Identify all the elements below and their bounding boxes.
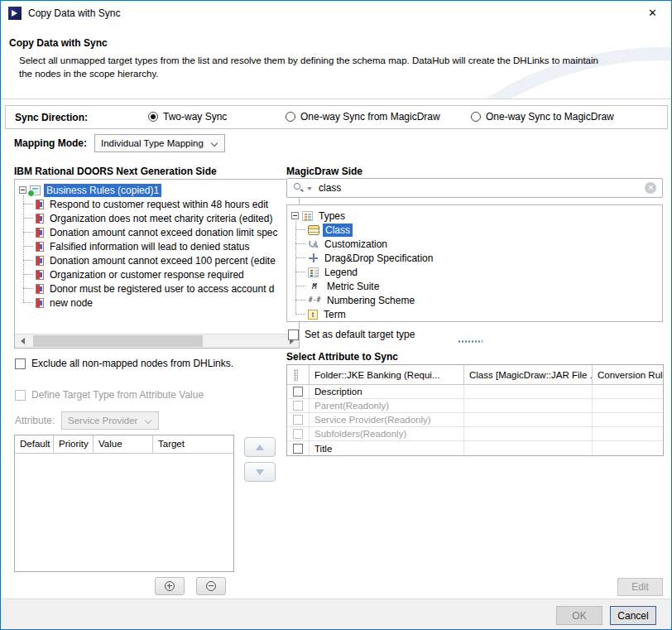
attribute-row-service-provider[interactable]: Service Provider(Readonly)	[287, 413, 663, 427]
tree-item-term[interactable]: t Term	[287, 307, 662, 321]
tree-item[interactable]: Donation amount cannot exceed 100 percen…	[15, 253, 299, 267]
search-input[interactable]	[314, 182, 642, 194]
attribute-name: Parent(Readonly)	[310, 399, 464, 412]
checkbox-icon[interactable]	[288, 329, 299, 340]
tree-item-dragdrop-specification[interactable]: Drag&Drop Specification	[287, 251, 662, 265]
move-up-button[interactable]	[244, 437, 276, 457]
mapped-class-cell	[464, 385, 593, 398]
tree-item-legend[interactable]: Legend	[287, 265, 662, 279]
remove-row-button[interactable]	[196, 577, 226, 595]
radio-one-way-to-magicdraw[interactable]: One-way Sync to MagicDraw	[471, 111, 614, 123]
checkbox-icon[interactable]	[15, 358, 26, 369]
chevron-down-icon	[145, 417, 152, 425]
mapped-class-cell	[464, 427, 593, 440]
cancel-button[interactable]: Cancel	[610, 606, 656, 625]
set-default-target-checkbox-row[interactable]: Set as default target type	[288, 329, 415, 340]
tree-item[interactable]: new node	[15, 296, 299, 310]
tree-item[interactable]: Falsified information will lead to denie…	[15, 239, 299, 253]
close-icon: ✕	[648, 7, 657, 19]
value-mapping-table: Default Priority Value Target	[14, 435, 234, 572]
scroll-left-icon[interactable]	[15, 334, 29, 348]
mapped-class-cell	[464, 441, 593, 455]
tree-item[interactable]: Donation amount cannot exceed donation l…	[15, 225, 299, 239]
type-search-box	[286, 178, 663, 198]
checkbox-icon[interactable]	[293, 444, 303, 454]
titlebar: Copy Data with Sync ✕	[1, 1, 671, 26]
attribute-row-subfolders[interactable]: Subfolders(Readonly)	[287, 427, 663, 441]
column-header-class[interactable]: Class [MagicDraw::JAR File ...	[464, 365, 593, 384]
value-table-header: Default Priority Value Target	[15, 435, 233, 454]
plus-icon	[165, 581, 175, 591]
mapped-class-cell	[464, 399, 593, 412]
clear-search-icon[interactable]	[645, 182, 656, 194]
sync-direction-group: Sync Direction: Two-way Sync One-way Syn…	[5, 105, 668, 129]
requirement-icon	[36, 242, 44, 252]
arrow-up-icon	[256, 440, 264, 450]
conversion-rule-cell	[593, 385, 663, 398]
requirement-icon	[36, 228, 44, 238]
column-header-default[interactable]: Default	[15, 435, 54, 453]
tree-item-label: Donation amount cannot exceed 100 percen…	[47, 254, 278, 267]
select-attribute-title: Select Attribute to Sync	[286, 351, 398, 363]
set-default-label: Set as default target type	[305, 329, 415, 340]
requirement-icon	[36, 214, 44, 224]
requirement-icon	[36, 200, 44, 209]
magicdraw-side-title: MagicDraw Side	[286, 166, 362, 177]
collapse-icon[interactable]	[291, 212, 299, 219]
attribute-row-parent[interactable]: Parent(Readonly)	[287, 399, 663, 413]
column-header-target[interactable]: Target	[153, 435, 233, 453]
splitter-handle[interactable]	[458, 340, 482, 343]
close-button[interactable]: ✕	[634, 1, 671, 25]
arrow-down-icon	[256, 469, 264, 479]
tree-item[interactable]: Organization does not meet charity crite…	[15, 211, 299, 225]
column-header-conversion-rule[interactable]: Conversion Rule	[593, 365, 663, 384]
mapping-mode-select[interactable]: Individual Type Mapping	[94, 134, 225, 152]
checkbox-icon[interactable]	[15, 390, 26, 401]
module-icon	[30, 185, 41, 195]
column-header-folder[interactable]: Folder::JKE Banking (Requi...	[310, 365, 464, 384]
checkbox-icon[interactable]	[293, 387, 303, 397]
tree-item-numbering-scheme[interactable]: #-# Numbering Scheme	[287, 293, 662, 307]
tree-item[interactable]: Donor must be registered user to access …	[15, 281, 299, 296]
radio-label: One-way Sync to MagicDraw	[486, 111, 614, 123]
tree-item-label: Organization does not meet charity crite…	[47, 212, 275, 225]
horizontal-scrollbar[interactable]	[15, 334, 299, 348]
checkbox-icon[interactable]	[293, 429, 303, 439]
doors-tree-children: Respond to customer request within 48 ho…	[15, 197, 299, 310]
radio-one-way-from-magicdraw[interactable]: One-way Sync from MagicDraw	[286, 111, 440, 123]
attribute-select-row: Attribute: Service Provider	[15, 411, 159, 430]
sync-direction-label: Sync Direction:	[15, 112, 88, 123]
attribute-row-title[interactable]: Title	[287, 441, 663, 455]
drag-drop-icon	[308, 252, 319, 263]
tree-item-label: Class	[323, 224, 353, 237]
tree-item-metric-suite[interactable]: M Metric Suite	[287, 279, 662, 293]
collapse-icon[interactable]	[19, 186, 26, 194]
tree-item-label: Falsified information will lead to denie…	[47, 240, 252, 253]
scrollbar-thumb[interactable]	[33, 335, 203, 347]
attribute-select[interactable]: Service Provider	[61, 411, 159, 430]
exclude-nonmapped-checkbox-row[interactable]: Exclude all non-mapped nodes from DHLink…	[15, 358, 233, 369]
add-row-button[interactable]	[155, 577, 185, 595]
attribute-row-description[interactable]: Description	[287, 385, 663, 399]
tree-item[interactable]: Respond to customer request within 48 ho…	[15, 197, 299, 211]
mapping-mode-label: Mapping Mode:	[14, 137, 87, 149]
radio-selected-icon	[148, 112, 158, 122]
column-header-priority[interactable]: Priority	[54, 435, 94, 453]
attribute-name: Description	[310, 385, 464, 398]
column-header-value[interactable]: Value	[94, 435, 153, 453]
ok-button[interactable]: OK	[556, 606, 602, 625]
tree-item-class[interactable]: Class	[287, 223, 662, 237]
tree-item-types-root[interactable]: Types	[287, 209, 662, 223]
search-options-chevron-icon[interactable]	[307, 187, 312, 193]
define-target-type-checkbox-row[interactable]: Define Target Type from Attribute Value	[15, 389, 204, 401]
radio-two-way-sync[interactable]: Two-way Sync	[148, 111, 227, 123]
move-down-button[interactable]	[244, 462, 276, 482]
checkbox-icon[interactable]	[293, 415, 303, 425]
customization-icon	[308, 238, 319, 249]
tree-item-business-rules[interactable]: Business Rules (copied)1	[15, 183, 299, 197]
tree-item[interactable]: Organization or customer response requir…	[15, 267, 299, 281]
radio-label: Two-way Sync	[163, 111, 227, 123]
edit-button[interactable]: Edit	[617, 578, 663, 596]
checkbox-icon[interactable]	[293, 401, 303, 411]
tree-item-customization[interactable]: Customization	[287, 237, 662, 251]
